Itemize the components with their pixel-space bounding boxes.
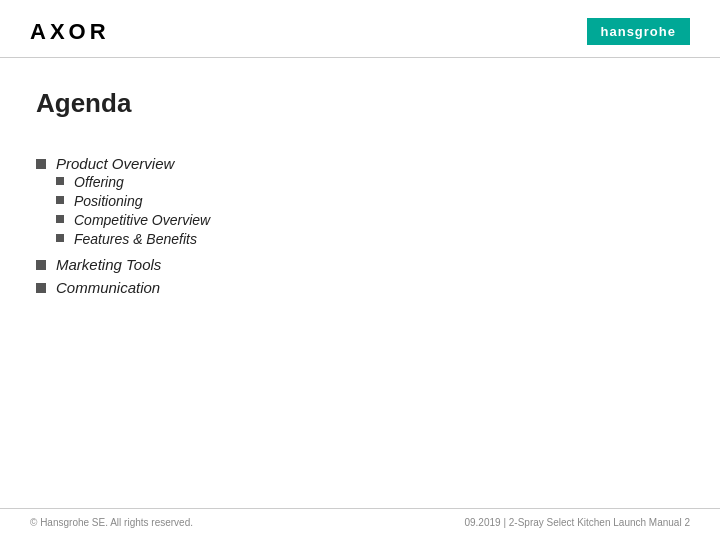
axor-logo: AXOR: [30, 19, 110, 45]
sub-item-label: Offering: [74, 174, 124, 190]
list-item: Competitive Overview: [56, 212, 210, 228]
sub-item-label: Competitive Overview: [74, 212, 210, 228]
sub-list: Offering Positioning Competitive Overvie…: [56, 174, 210, 247]
bullet-icon: [36, 283, 46, 293]
bullet-icon: [36, 159, 46, 169]
sub-item-label: Features & Benefits: [74, 231, 197, 247]
hansgrohe-badge: hansgrohe: [587, 18, 690, 45]
bullet-icon: [36, 260, 46, 270]
list-item: Offering: [56, 174, 210, 190]
page-title: Agenda: [36, 88, 684, 119]
list-item: Features & Benefits: [56, 231, 210, 247]
content-area: Agenda Product Overview Offering Positio…: [0, 58, 720, 322]
list-item: Product Overview Offering Positioning Co…: [36, 155, 684, 250]
sub-item-label: Positioning: [74, 193, 143, 209]
agenda-item-label: Communication: [56, 279, 160, 296]
agenda-item-label: Product Overview: [56, 155, 174, 172]
bullet-icon: [56, 234, 64, 242]
list-item: Positioning: [56, 193, 210, 209]
header: AXOR hansgrohe: [0, 0, 720, 58]
footer-info: 09.2019 | 2-Spray Select Kitchen Launch …: [464, 517, 690, 528]
footer-copyright: © Hansgrohe SE. All rights reserved.: [30, 517, 193, 528]
list-item: Communication: [36, 279, 684, 296]
bullet-icon: [56, 177, 64, 185]
bullet-icon: [56, 215, 64, 223]
list-item: Marketing Tools: [36, 256, 684, 273]
bullet-icon: [56, 196, 64, 204]
agenda-item-label: Marketing Tools: [56, 256, 161, 273]
footer: © Hansgrohe SE. All rights reserved. 09.…: [0, 508, 720, 528]
agenda-list: Product Overview Offering Positioning Co…: [36, 155, 684, 296]
